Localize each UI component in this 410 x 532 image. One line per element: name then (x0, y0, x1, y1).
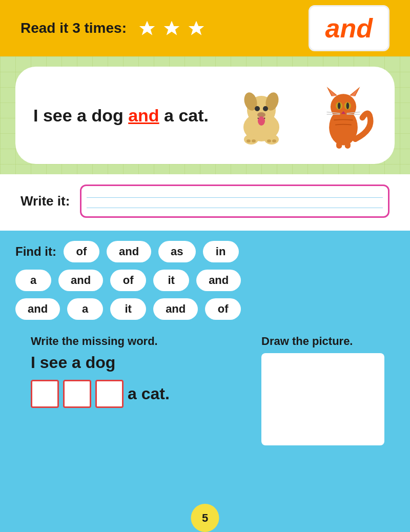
blank-box-1[interactable] (31, 380, 59, 408)
blue-section: Find it: of and as in a and of it and an… (0, 231, 410, 532)
page-number: 5 (191, 504, 219, 532)
read-it-label: Read it 3 times: (20, 20, 127, 36)
word-display-box: and (309, 5, 389, 51)
bottom-sentence: I see a dog (31, 353, 236, 372)
svg-point-15 (267, 139, 271, 142)
svg-point-18 (331, 94, 356, 119)
svg-rect-33 (345, 141, 351, 149)
highlighted-word: and (128, 106, 159, 125)
blank-box-3[interactable] (95, 380, 124, 408)
write-input-box[interactable] (80, 185, 389, 218)
svg-point-26 (346, 103, 350, 109)
blank-box-2[interactable] (63, 380, 91, 408)
svg-marker-2 (187, 19, 206, 36)
write-it-row: Write it: (20, 185, 389, 218)
word-pill-of-r1[interactable]: of (64, 241, 99, 262)
word-pill-and-r3[interactable]: and (15, 298, 60, 320)
blank-boxes-row: a cat. (31, 380, 236, 408)
star-2 (161, 18, 182, 38)
write-it-label: Write it: (20, 193, 70, 209)
find-it-row: Find it: of and as in (15, 241, 395, 262)
main-content: I see a dog and a cat. (0, 56, 410, 532)
cloud-inner: I see a dog and a cat. (33, 82, 377, 149)
bottom-left: Write the missing word. I see a dog a ca… (15, 327, 251, 453)
svg-point-8 (263, 106, 268, 111)
svg-point-7 (255, 106, 260, 111)
svg-point-10 (258, 116, 265, 126)
star-1 (137, 18, 157, 38)
dog-image (228, 82, 295, 149)
word-pill-a-r2[interactable]: a (15, 270, 51, 291)
svg-point-25 (338, 103, 341, 109)
svg-point-14 (252, 139, 256, 142)
draw-box[interactable] (261, 353, 384, 445)
svg-marker-1 (162, 19, 181, 36)
write-it-section: Write it: (0, 174, 410, 231)
green-section: I see a dog and a cat. (0, 56, 410, 174)
word-pill-it-r2[interactable]: it (153, 270, 189, 291)
animal-images (228, 82, 377, 149)
word-pill-of-r2[interactable]: of (110, 270, 146, 291)
find-it-label: Find it: (15, 244, 56, 259)
word-pill-and2-r3[interactable]: and (153, 298, 198, 320)
page-wrapper: Read it 3 times: and I see (0, 0, 410, 532)
top-banner: Read it 3 times: and (0, 0, 410, 56)
svg-point-12 (264, 134, 279, 145)
target-word: and (325, 13, 373, 43)
input-line-2 (87, 208, 383, 208)
bottom-columns: Write the missing word. I see a dog a ca… (15, 327, 395, 453)
input-line-1 (87, 197, 383, 198)
write-missing-label: Write the missing word. (31, 335, 236, 348)
svg-point-13 (247, 139, 251, 142)
word-pill-a-r3[interactable]: a (67, 298, 103, 320)
svg-point-11 (244, 134, 258, 145)
word-pill-and2-r2[interactable]: and (196, 270, 241, 291)
svg-rect-32 (336, 141, 342, 149)
word-pill-and-r1[interactable]: and (107, 241, 151, 262)
stars-container (137, 18, 207, 38)
word-pill-in-r1[interactable]: in (203, 241, 239, 262)
bottom-right: Draw the picture. (251, 327, 395, 453)
svg-marker-0 (138, 19, 156, 36)
word-pill-of-r3[interactable]: of (205, 298, 241, 320)
star-3 (186, 18, 207, 38)
word-pill-it-r3[interactable]: it (110, 298, 146, 320)
cat-image (310, 82, 377, 149)
sentence-cloud: I see a dog and a cat. (15, 67, 395, 164)
sentence-text: I see a dog and a cat. (33, 106, 218, 126)
word-pill-and-r2[interactable]: and (58, 270, 103, 291)
draw-picture-label: Draw the picture. (261, 335, 384, 348)
word-pill-as-r1[interactable]: as (158, 241, 195, 262)
a-cat-text: a cat. (128, 384, 170, 403)
svg-point-16 (272, 139, 276, 142)
find-it-row2: a and of it and (15, 270, 395, 291)
find-it-row3: and a it and of (15, 298, 395, 320)
